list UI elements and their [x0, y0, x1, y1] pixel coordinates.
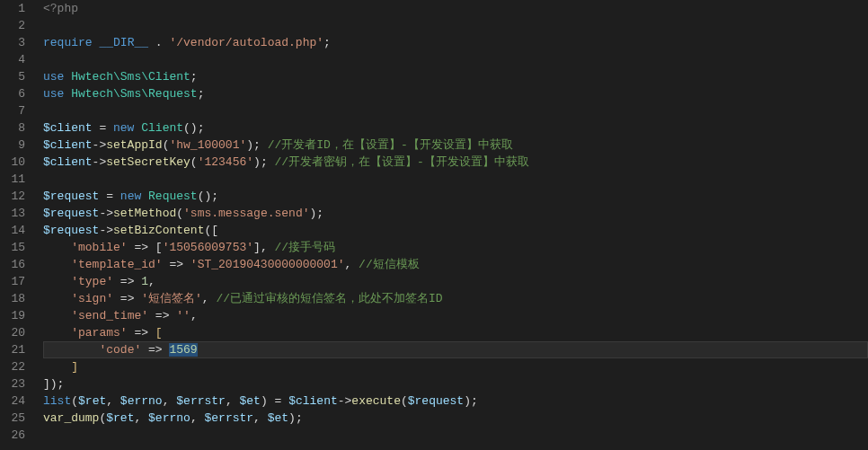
- operator: =>: [141, 343, 169, 357]
- code-line[interactable]: [43, 17, 868, 34]
- variable: $client: [288, 394, 338, 408]
- class-name: Client: [141, 121, 183, 135]
- code-line[interactable]: <?php: [43, 0, 868, 17]
- variable: $ret: [106, 411, 134, 425]
- paren-open: (: [190, 155, 198, 169]
- class-name: Request: [148, 87, 198, 101]
- code-line[interactable]: $request = new Request();: [43, 188, 868, 205]
- code-line[interactable]: 'send_time' => '',: [43, 307, 868, 324]
- line-number: 7: [0, 102, 25, 119]
- bracket-close: ]: [71, 360, 78, 374]
- punctuation: );: [464, 394, 478, 408]
- comma: ,: [106, 394, 120, 408]
- line-number: 26: [0, 427, 25, 444]
- variable: $client: [43, 138, 93, 152]
- code-line[interactable]: ]: [43, 358, 868, 375]
- code-line[interactable]: $client = new Client();: [43, 119, 868, 137]
- variable: $request: [43, 224, 99, 237]
- code-line[interactable]: $client->setAppId('hw_100001'); //开发者ID，…: [43, 137, 868, 154]
- punctuation: ],: [253, 241, 274, 254]
- code-line[interactable]: 'params' => [: [43, 324, 868, 341]
- operator: =>: [148, 309, 176, 322]
- code-line[interactable]: [43, 102, 868, 119]
- line-number: 22: [0, 358, 25, 375]
- comma: ,: [134, 411, 148, 425]
- variable: $ret: [78, 394, 106, 408]
- paren-open: (: [401, 394, 408, 408]
- line-number: 6: [0, 85, 25, 102]
- line-number: 23: [0, 375, 25, 393]
- magic-constant: __DIR__: [99, 36, 148, 49]
- code-line[interactable]: [43, 51, 868, 68]
- semicolon: ;: [198, 87, 205, 101]
- line-number: 9: [0, 137, 25, 154]
- comma: ,: [226, 394, 240, 408]
- comment: //开发者ID，在【设置】-【开发设置】中获取: [268, 138, 513, 152]
- line-number: 4: [0, 51, 25, 68]
- code-line[interactable]: $request->setBizContent([: [43, 222, 868, 239]
- string-literal: 'hw_100001': [169, 138, 246, 152]
- line-number: 1: [0, 0, 25, 17]
- php-open-tag: <?php: [43, 2, 78, 15]
- code-line[interactable]: var_dump($ret, $errno, $errstr, $et);: [43, 410, 868, 427]
- array-key: 'type': [71, 275, 113, 288]
- line-number: 15: [0, 239, 25, 256]
- bracket-open: [: [155, 326, 163, 340]
- class-name: Request: [148, 190, 198, 203]
- line-number: 12: [0, 188, 25, 205]
- variable: $client: [43, 121, 93, 135]
- code-line[interactable]: $client->setSecretKey('123456'); //开发者密钥…: [43, 154, 868, 171]
- line-number: 21: [0, 341, 25, 358]
- code-line[interactable]: [43, 171, 868, 188]
- operator: .: [148, 36, 169, 49]
- method-name: setBizContent: [113, 224, 204, 237]
- punctuation: );: [253, 155, 274, 169]
- code-line[interactable]: ]);: [43, 375, 868, 393]
- arrow-operator: ->: [93, 138, 107, 152]
- code-line[interactable]: require __DIR__ . '/vendor/autoload.php'…: [43, 34, 868, 51]
- function-name: var_dump: [43, 411, 99, 425]
- punctuation: );: [246, 138, 267, 152]
- code-line[interactable]: 'sign' => '短信签名', //已通过审核的短信签名，此处不加签名ID: [43, 290, 868, 307]
- line-number: 18: [0, 290, 25, 307]
- line-number: 25: [0, 410, 25, 427]
- code-line[interactable]: [43, 427, 868, 444]
- variable: $errstr: [204, 411, 253, 425]
- code-line[interactable]: 'mobile' => ['15056009753'], //接手号码: [43, 239, 868, 256]
- keyword: use: [43, 87, 64, 101]
- line-number: 8: [0, 119, 25, 137]
- operator: =>: [128, 326, 155, 340]
- code-line[interactable]: $request->setMethod('sms.message.send');: [43, 205, 868, 222]
- array-key: 'code': [99, 343, 141, 357]
- namespace-path: Hwtech\Sms\: [64, 87, 148, 101]
- code-line[interactable]: 'type' => 1,: [43, 273, 868, 290]
- line-number: 3: [0, 34, 25, 51]
- variable: $errstr: [176, 394, 226, 408]
- semicolon: ;: [323, 36, 331, 49]
- code-line[interactable]: use Hwtech\Sms\Request;: [43, 85, 868, 102]
- line-number: 14: [0, 222, 25, 239]
- code-line[interactable]: list($ret, $errno, $errstr, $et) = $clie…: [43, 393, 868, 410]
- line-number: 11: [0, 171, 25, 188]
- code-editor[interactable]: 1 2 3 4 5 6 7 8 9 10 11 12 13 14 15 16 1…: [0, 0, 868, 450]
- comma: ,: [190, 309, 198, 322]
- code-content[interactable]: <?php require __DIR__ . '/vendor/autoloa…: [36, 0, 868, 450]
- punctuation: ([: [204, 224, 218, 237]
- comma: ,: [163, 394, 177, 408]
- keyword: new: [113, 121, 134, 135]
- keyword: require: [43, 36, 93, 49]
- punctuation: ,: [345, 258, 359, 271]
- code-line[interactable]: use Hwtech\Sms\Client;: [43, 68, 868, 85]
- operator: =>: [163, 258, 190, 271]
- variable: $request: [43, 207, 99, 220]
- method-name: execute: [351, 394, 401, 408]
- comment: //接手号码: [274, 241, 335, 254]
- variable: $request: [43, 190, 99, 203]
- code-line[interactable]: 'template_id' => 'ST_20190430000000001',…: [43, 256, 868, 273]
- code-line-current[interactable]: 'code' => 1569: [43, 341, 868, 358]
- variable: $request: [408, 394, 464, 408]
- comma: ,: [148, 275, 155, 288]
- comment: //短信模板: [359, 258, 420, 271]
- string-literal: '短信签名': [141, 292, 202, 305]
- punctuation: );: [310, 207, 324, 220]
